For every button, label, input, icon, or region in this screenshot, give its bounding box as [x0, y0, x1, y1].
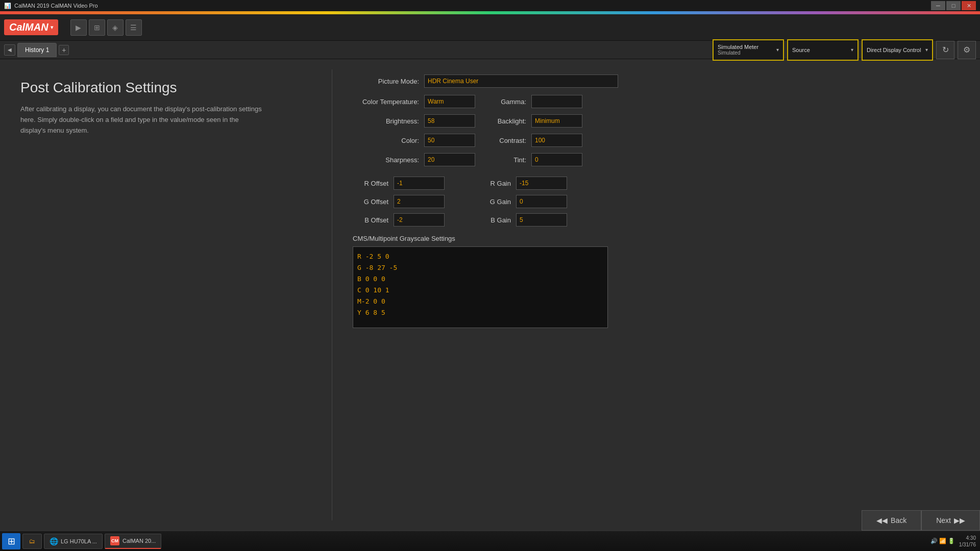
gamma-label: Gamma:	[485, 98, 526, 106]
display-control[interactable]: Direct Display Control ▾	[862, 39, 933, 61]
taskbar-item-chrome[interactable]: 🌐 LG HU70LA ...	[44, 534, 103, 549]
b-offset-label: B Offset	[353, 216, 388, 224]
page-title: Post Calibration Settings	[20, 80, 311, 96]
toolbar-icons: ▶ ⊞ ◈ ☰	[70, 19, 142, 36]
brightness-group: Brightness:	[353, 114, 475, 128]
gamma-input[interactable]	[531, 95, 582, 108]
taskbar-item-chrome-label: LG HU70LA ...	[61, 538, 97, 544]
cms-title: CMS/Multipoint Grayscale Settings	[353, 235, 960, 242]
tint-input[interactable]	[531, 153, 582, 166]
source-dropdown-arrow[interactable]: ▾	[851, 47, 853, 53]
next-icon: ▶▶	[954, 516, 965, 524]
b-gain-label: B Gain	[475, 216, 511, 224]
backlight-input[interactable]	[531, 114, 582, 128]
toolbar-icon-2[interactable]: ⊞	[89, 19, 105, 36]
logo-text: CalMAN	[9, 21, 48, 33]
g-offset-label: G Offset	[353, 198, 388, 206]
picture-mode-label: Picture Mode:	[353, 78, 419, 85]
calman-taskbar-icon: CM	[110, 536, 119, 545]
window-controls: ─ □ ✕	[931, 1, 976, 10]
minimize-button[interactable]: ─	[931, 1, 945, 10]
tab-add-button[interactable]: +	[59, 45, 69, 55]
tab-nav-back[interactable]: ◀	[4, 44, 15, 56]
main-content: Post Calibration Settings After calibrat…	[0, 59, 980, 531]
display-dropdown-arrow[interactable]: ▾	[925, 47, 928, 53]
calman-logo[interactable]: CalMAN ▾	[4, 19, 58, 35]
back-label: Back	[891, 516, 906, 524]
r-offset-input[interactable]	[394, 177, 445, 190]
meter-dropdown-arrow[interactable]: ▾	[776, 47, 779, 53]
page-description: After calibrating a display, you can doc…	[20, 104, 265, 136]
close-button[interactable]: ✕	[962, 1, 976, 10]
r-gain-group: R Gain	[475, 177, 567, 190]
meter-texts: Simulated Meter Simulated	[718, 44, 758, 56]
meter-control[interactable]: Simulated Meter Simulated ▾	[713, 39, 784, 61]
toolbar-icon-4[interactable]: ☰	[126, 19, 142, 36]
brightness-backlight-row: Brightness: Backlight:	[353, 114, 960, 128]
taskbar-item-file-explorer[interactable]: 🗂	[22, 534, 42, 549]
app-icon: 📊	[4, 3, 11, 9]
display-texts: Direct Display Control	[867, 47, 921, 53]
taskbar-right: 🔊 📶 🔋 4:30 1/31/76	[930, 535, 978, 548]
next-label: Next	[936, 516, 951, 524]
back-icon: ◀◀	[876, 516, 888, 524]
b-gain-group: B Gain	[475, 213, 567, 227]
chrome-icon: 🌐	[50, 537, 58, 545]
file-explorer-icon: 🗂	[28, 537, 36, 545]
start-button[interactable]: ⊞	[2, 533, 20, 549]
back-button[interactable]: ◀◀ Back	[862, 510, 921, 531]
logo-dropdown-arrow: ▾	[51, 24, 53, 30]
r-offset-group: R Offset	[353, 177, 445, 190]
tab-bar: ◀ History 1 + Simulated Meter Simulated …	[0, 41, 980, 59]
toolbar-icon-3[interactable]: ◈	[107, 19, 124, 36]
tab-history-1[interactable]: History 1	[17, 43, 57, 57]
g-gain-input[interactable]	[516, 195, 567, 208]
toolbar: CalMAN ▾ ▶ ⊞ ◈ ☰	[0, 14, 980, 41]
source-control[interactable]: Source ▾	[787, 39, 859, 61]
next-button[interactable]: Next ▶▶	[921, 510, 980, 531]
settings-button[interactable]: ⚙	[958, 41, 976, 59]
color-input[interactable]	[424, 134, 475, 147]
b-offset-gain-row: B Offset B Gain	[353, 213, 960, 227]
contrast-input[interactable]	[531, 134, 582, 147]
color-label: Color:	[353, 137, 419, 144]
top-right-controls: Simulated Meter Simulated ▾ Source ▾ Dir…	[713, 39, 976, 61]
picture-mode-input[interactable]	[424, 74, 618, 88]
bottom-bar: ◀◀ Back Next ▶▶	[862, 510, 980, 531]
g-offset-input[interactable]	[394, 195, 445, 208]
right-panel: Picture Mode: Color Temperature: Gamma: …	[332, 59, 980, 531]
backlight-group: Backlight:	[485, 114, 582, 128]
title-bar: 📊 CalMAN 2019 CalMAN Video Pro ─ □ ✕	[0, 0, 980, 11]
color-temp-input[interactable]	[424, 95, 475, 108]
r-offset-label: R Offset	[353, 180, 388, 187]
source-texts: Source	[792, 47, 810, 53]
contrast-label: Contrast:	[485, 137, 526, 144]
r-gain-input[interactable]	[516, 177, 567, 190]
g-gain-group: G Gain	[475, 195, 567, 208]
cms-textarea[interactable]: R -2 5 0 G -8 27 -5 B 0 0 0 C 0 10 1 M-2…	[353, 246, 608, 328]
sharpness-label: Sharpness:	[353, 156, 419, 164]
sharpness-input[interactable]	[424, 153, 475, 166]
app-title: CalMAN 2019 CalMAN Video Pro	[14, 3, 98, 9]
clock-date: 1/31/76	[959, 541, 976, 548]
brightness-input[interactable]	[424, 114, 475, 128]
r-gain-label: R Gain	[475, 180, 511, 187]
gamma-group: Gamma:	[485, 95, 582, 108]
taskbar-item-calman[interactable]: CM CalMAN 20...	[105, 534, 161, 549]
color-contrast-row: Color: Contrast:	[353, 134, 960, 147]
color-group: Color:	[353, 134, 475, 147]
contrast-group: Contrast:	[485, 134, 582, 147]
meter-label: Simulated Meter	[718, 44, 758, 50]
b-gain-input[interactable]	[516, 213, 567, 227]
color-temp-group: Color Temperature:	[353, 95, 475, 108]
left-panel: Post Calibration Settings After calibrat…	[0, 59, 332, 531]
g-offset-group: G Offset	[353, 195, 445, 208]
refresh-button[interactable]: ↻	[936, 41, 954, 59]
b-offset-input[interactable]	[394, 213, 445, 227]
cms-section: CMS/Multipoint Grayscale Settings R -2 5…	[353, 235, 960, 330]
maximize-button[interactable]: □	[946, 1, 961, 10]
toolbar-icon-1[interactable]: ▶	[70, 19, 87, 36]
clock-time: 4:30	[959, 535, 976, 541]
picture-mode-row: Picture Mode:	[353, 74, 960, 88]
source-label: Source	[792, 47, 810, 53]
